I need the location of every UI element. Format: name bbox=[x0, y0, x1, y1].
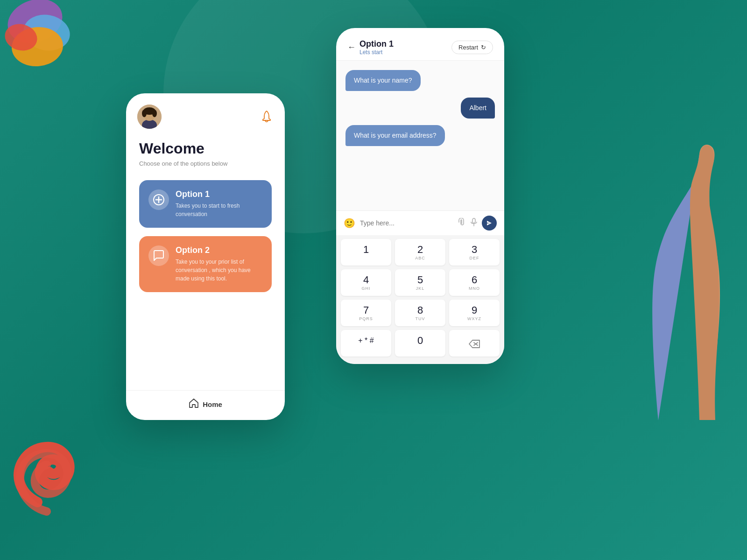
option2-description: Take you to your prior list of conversat… bbox=[176, 258, 262, 283]
option1-title: Option 1 bbox=[176, 189, 262, 199]
key-5[interactable]: 5JKL bbox=[395, 269, 445, 296]
blob-decoration-topleft bbox=[0, 0, 84, 86]
key-2[interactable]: 2ABC bbox=[395, 239, 445, 266]
chat-bubble-bot-1: What is your name? bbox=[345, 70, 421, 91]
phone2-chat-screen: ← Option 1 Lets start Restart ↻ What is … bbox=[336, 28, 504, 364]
avatar bbox=[137, 105, 162, 129]
key-1[interactable]: 1 bbox=[341, 239, 391, 266]
option1-description: Takes you to start to fresh conversation bbox=[176, 202, 262, 218]
svg-rect-11 bbox=[472, 218, 475, 223]
key-7[interactable]: 7PQRS bbox=[341, 300, 391, 326]
key-9[interactable]: 9WXYZ bbox=[449, 300, 500, 326]
option1-card[interactable]: Option 1 Takes you to start to fresh con… bbox=[139, 180, 272, 228]
restart-button[interactable]: Restart ↻ bbox=[451, 41, 493, 54]
input-action-icons bbox=[458, 216, 497, 231]
option1-text: Option 1 Takes you to start to fresh con… bbox=[176, 189, 262, 218]
header-subtitle: Lets start bbox=[359, 49, 394, 56]
back-button[interactable]: ← Option 1 Lets start bbox=[347, 39, 394, 56]
welcome-subtitle: Choose one of the options below bbox=[139, 160, 272, 167]
chat-bubble-user-1: Albert bbox=[461, 98, 495, 119]
bell-icon[interactable] bbox=[261, 110, 274, 123]
home-icon bbox=[189, 398, 199, 411]
header-option-title: Option 1 bbox=[359, 39, 394, 49]
chat-messages-area: What is your name? Albert What is your e… bbox=[336, 61, 504, 210]
keypad-grid: 1 2ABC 3DEF 4GHI 5JKL 6MNO 7PQRS bbox=[341, 239, 500, 357]
message-input[interactable] bbox=[360, 219, 453, 227]
option2-icon bbox=[148, 245, 169, 266]
chat-bubble-text: Albert bbox=[469, 104, 486, 112]
key-3[interactable]: 3DEF bbox=[449, 239, 500, 266]
key-symbols[interactable]: + * # bbox=[341, 330, 391, 357]
header-option-info: Option 1 Lets start bbox=[359, 39, 394, 56]
key-6[interactable]: 6MNO bbox=[449, 269, 500, 296]
numeric-keypad: 1 2ABC 3DEF 4GHI 5JKL 6MNO 7PQRS bbox=[336, 235, 504, 364]
key-0[interactable]: 0 bbox=[395, 330, 445, 357]
chat-bubble-bot-2: What is your email address? bbox=[345, 125, 445, 146]
phone1-footer: Home bbox=[126, 390, 285, 420]
restart-icon: ↻ bbox=[481, 44, 486, 51]
hand-decoration bbox=[630, 140, 747, 420]
key-backspace[interactable] bbox=[449, 330, 500, 357]
send-button[interactable] bbox=[482, 216, 497, 231]
option2-text: Option 2 Take you to your prior list of … bbox=[176, 245, 262, 283]
chat-input-area: 🙂 bbox=[336, 210, 504, 235]
restart-label: Restart bbox=[458, 44, 478, 51]
option2-title: Option 2 bbox=[176, 245, 262, 255]
svg-point-8 bbox=[142, 110, 147, 117]
phone1-header bbox=[126, 93, 285, 134]
phone2-header: ← Option 1 Lets start Restart ↻ bbox=[336, 28, 504, 61]
back-arrow-icon: ← bbox=[347, 42, 356, 52]
phone1-content: Welcome Choose one of the options below … bbox=[126, 134, 285, 390]
chat-bubble-text: What is your email address? bbox=[354, 132, 437, 139]
mic-icon[interactable] bbox=[470, 218, 478, 229]
option1-icon bbox=[148, 189, 169, 210]
welcome-title: Welcome bbox=[139, 140, 272, 157]
phone1-welcome-screen: Welcome Choose one of the options below … bbox=[126, 93, 285, 420]
svg-point-9 bbox=[152, 110, 157, 117]
option2-card[interactable]: Option 2 Take you to your prior list of … bbox=[139, 236, 272, 292]
key-4[interactable]: 4GHI bbox=[341, 269, 391, 296]
blob-decoration-bottomleft bbox=[9, 399, 140, 532]
key-8[interactable]: 8TUV bbox=[395, 300, 445, 326]
attach-icon[interactable] bbox=[458, 218, 466, 229]
home-label[interactable]: Home bbox=[203, 400, 222, 408]
emoji-icon[interactable]: 🙂 bbox=[344, 217, 355, 229]
chat-bubble-text: What is your name? bbox=[354, 77, 412, 84]
